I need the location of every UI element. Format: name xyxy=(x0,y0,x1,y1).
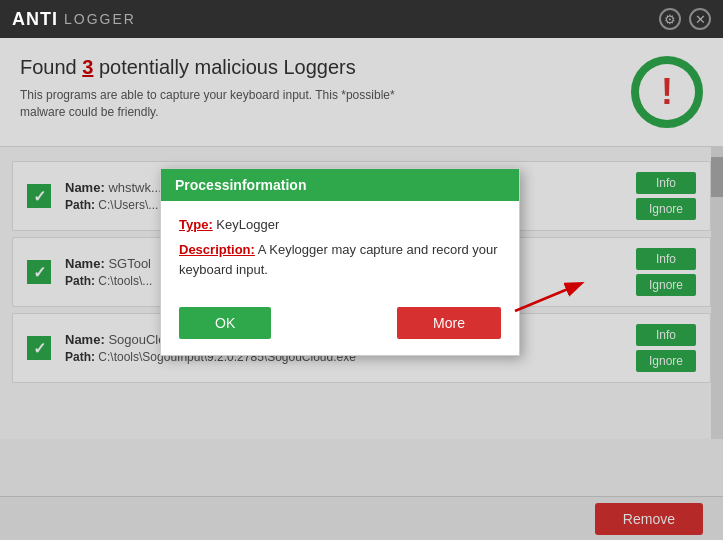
title-bar: ANTI LOGGER ⚙ ✕ xyxy=(0,0,723,38)
app-title-logger: LOGGER xyxy=(64,11,136,27)
settings-icon[interactable]: ⚙ xyxy=(659,8,681,30)
dialog-desc: Description: A Keylogger may capture and… xyxy=(179,240,501,279)
close-icon[interactable]: ✕ xyxy=(689,8,711,30)
app-title-anti: ANTI xyxy=(12,9,58,30)
more-button[interactable]: More xyxy=(397,307,501,339)
dialog-title: Processinformation xyxy=(175,177,306,193)
process-dialog: Processinformation Type: KeyLogger Descr… xyxy=(160,168,520,356)
type-label: Type: xyxy=(179,217,213,232)
dialog-header: Processinformation xyxy=(161,169,519,201)
ok-button[interactable]: OK xyxy=(179,307,271,339)
svg-line-0 xyxy=(515,284,580,311)
title-bar-left: ANTI LOGGER xyxy=(12,9,136,30)
dialog-type: Type: KeyLogger xyxy=(179,217,501,232)
dialog-footer: OK More xyxy=(161,295,519,355)
main-content: Found 3 potentially malicious Loggers Th… xyxy=(0,38,723,540)
desc-label: Description: xyxy=(179,242,255,257)
dialog-body: Type: KeyLogger Description: A Keylogger… xyxy=(161,201,519,295)
title-bar-right: ⚙ ✕ xyxy=(659,8,711,30)
arrow-pointer xyxy=(510,276,590,316)
type-value: KeyLogger xyxy=(216,217,279,232)
